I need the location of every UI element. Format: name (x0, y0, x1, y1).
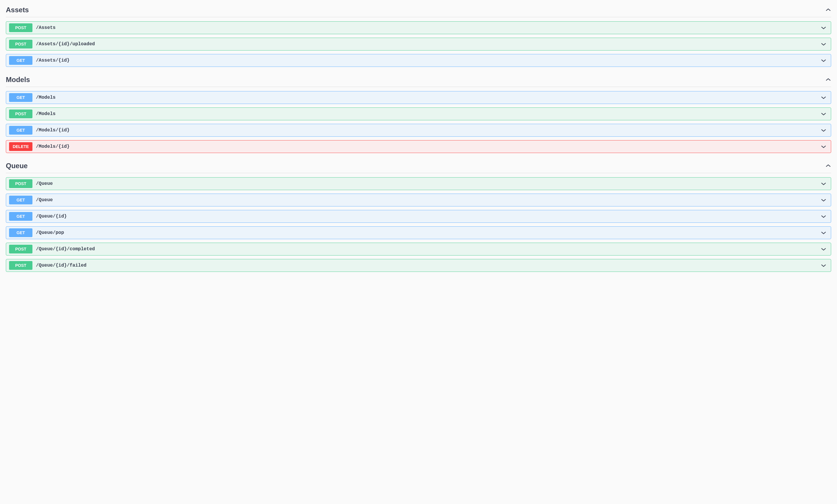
endpoint-path: /Models (36, 111, 821, 116)
chevron-up-icon (825, 7, 831, 13)
endpoint-row[interactable]: GET/Assets/{id} (6, 54, 831, 67)
endpoint-path: /Queue/{id} (36, 214, 821, 219)
method-badge: GET (9, 56, 32, 65)
section-header[interactable]: Models (6, 76, 831, 87)
endpoint-path: /Assets/{id} (36, 58, 821, 63)
chevron-down-icon (821, 59, 828, 62)
chevron-down-icon (821, 96, 828, 99)
endpoint-path: /Models (36, 95, 821, 100)
endpoint-path: /Queue/{id}/completed (36, 246, 821, 252)
chevron-down-icon (821, 129, 828, 132)
method-badge: POST (9, 245, 32, 254)
method-badge: POST (9, 179, 32, 188)
endpoint-path: /Queue (36, 181, 821, 186)
chevron-down-icon (821, 198, 828, 202)
endpoint-row[interactable]: POST/Queue/{id}/failed (6, 259, 831, 272)
section-title: Models (6, 76, 30, 84)
endpoint-row[interactable]: GET/Models (6, 91, 831, 104)
endpoint-path: /Assets (36, 25, 821, 30)
section-title: Queue (6, 162, 28, 170)
api-section: AssetsPOST/AssetsPOST/Assets/{id}/upload… (6, 6, 831, 67)
endpoint-row[interactable]: DELETE/Models/{id} (6, 140, 831, 153)
chevron-down-icon (821, 112, 828, 116)
chevron-down-icon (821, 264, 828, 267)
api-section: ModelsGET/ModelsPOST/ModelsGET/Models/{i… (6, 76, 831, 153)
api-section: QueuePOST/QueueGET/QueueGET/Queue/{id}GE… (6, 162, 831, 272)
section-header[interactable]: Assets (6, 6, 831, 17)
endpoint-path: /Queue/{id}/failed (36, 263, 821, 268)
chevron-down-icon (821, 231, 828, 235)
endpoint-path: /Models/{id} (36, 144, 821, 149)
method-badge: GET (9, 126, 32, 135)
chevron-down-icon (821, 26, 828, 30)
endpoint-row[interactable]: POST/Queue (6, 177, 831, 190)
endpoint-path: /Assets/{id}/uploaded (36, 41, 821, 47)
method-badge: GET (9, 93, 32, 102)
chevron-up-icon (825, 163, 831, 169)
chevron-up-icon (825, 77, 831, 82)
method-badge: POST (9, 110, 32, 118)
endpoint-row[interactable]: GET/Queue (6, 193, 831, 206)
endpoint-row[interactable]: POST/Assets/{id}/uploaded (6, 38, 831, 51)
endpoint-row[interactable]: POST/Queue/{id}/completed (6, 243, 831, 256)
method-badge: POST (9, 40, 32, 49)
chevron-down-icon (821, 145, 828, 148)
endpoint-row[interactable]: POST/Models (6, 108, 831, 120)
chevron-down-icon (821, 42, 828, 46)
endpoint-row[interactable]: GET/Queue/pop (6, 226, 831, 239)
api-documentation: AssetsPOST/AssetsPOST/Assets/{id}/upload… (6, 6, 831, 272)
chevron-down-icon (821, 247, 828, 251)
method-badge: POST (9, 261, 32, 270)
endpoint-path: /Models/{id} (36, 128, 821, 133)
chevron-down-icon (821, 182, 828, 185)
section-header[interactable]: Queue (6, 162, 831, 173)
method-badge: DELETE (9, 142, 32, 151)
endpoint-row[interactable]: GET/Models/{id} (6, 124, 831, 137)
endpoint-path: /Queue/pop (36, 230, 821, 235)
endpoint-row[interactable]: GET/Queue/{id} (6, 210, 831, 223)
method-badge: GET (9, 195, 32, 204)
method-badge: POST (9, 23, 32, 32)
method-badge: GET (9, 212, 32, 221)
endpoint-path: /Queue (36, 198, 821, 203)
method-badge: GET (9, 228, 32, 237)
section-title: Assets (6, 6, 29, 14)
endpoint-row[interactable]: POST/Assets (6, 21, 831, 34)
chevron-down-icon (821, 214, 828, 218)
